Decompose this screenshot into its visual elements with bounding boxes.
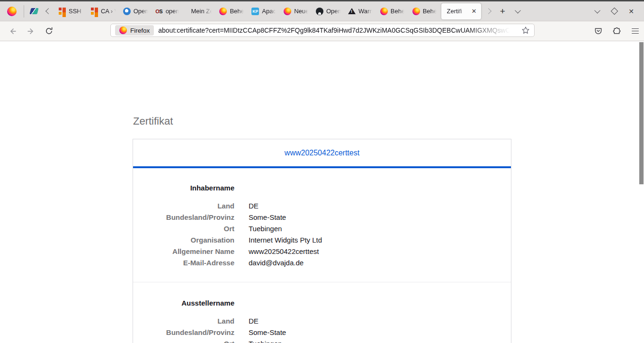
browser-tab[interactable]: Open — [120, 3, 152, 19]
certificate-section: Ausstellername LandDEBundesland/ProvinzS… — [133, 282, 511, 343]
cert-field-label: Allgemeiner Name — [133, 246, 234, 257]
firefox-logo-icon — [7, 7, 17, 16]
cert-field-label: E-Mail-Adresse — [133, 257, 234, 269]
reload-icon — [45, 27, 54, 36]
browser-tab[interactable]: CA › V — [88, 3, 120, 19]
pinned-tab[interactable] — [27, 4, 41, 19]
browser-tab[interactable]: Mein Zer — [184, 3, 216, 19]
warning-icon — [348, 8, 356, 14]
tab-label: Behe — [391, 8, 405, 15]
extensions-button[interactable] — [609, 24, 624, 38]
chevron-down-icon — [515, 8, 521, 14]
maximize-icon — [610, 8, 618, 15]
browser-tab[interactable]: Warn — [345, 3, 377, 19]
browser-tab[interactable]: Open — [313, 3, 345, 19]
tab-label: Behe — [230, 8, 244, 15]
puzzle-piece-icon — [612, 27, 621, 36]
cert-field-label: Ort — [133, 223, 234, 235]
window-controls: ✕ — [591, 5, 641, 18]
cert-field-value: DE — [249, 200, 511, 212]
tab-label: Zertifi — [447, 8, 467, 15]
cert-field-value: www20250422certtest — [249, 246, 511, 257]
tab-label: Open — [326, 8, 341, 15]
list-all-tabs-button[interactable] — [510, 4, 525, 19]
cert-field-value: Tuebingen — [249, 223, 511, 235]
certificate-sections: Inhabername LandDEBundesland/ProvinzSome… — [133, 168, 511, 343]
site-identity-label: Firefox — [130, 27, 150, 34]
no-favicon — [188, 8, 188, 15]
tab-label: SSH › — [69, 8, 84, 15]
pocket-icon — [594, 27, 603, 36]
tab-close-icon[interactable]: ✕ — [470, 8, 479, 15]
tab-zertifikat-active[interactable]: Zertifi ✕ — [441, 3, 482, 19]
browser-tab[interactable]: Apac — [248, 3, 280, 19]
back-button[interactable] — [6, 24, 20, 38]
tab-label: Behe — [423, 8, 437, 15]
site-identity-chip[interactable]: Firefox — [115, 25, 154, 36]
cert-field-value: Some-State — [249, 327, 511, 338]
tab-label: Apac — [262, 8, 276, 15]
cert-field-label: Land — [133, 200, 234, 212]
page-title: Zertifikat — [133, 115, 173, 127]
browser-tab[interactable]: Behe — [409, 3, 441, 19]
firefox-ball-icon — [219, 8, 227, 15]
minimize-icon — [594, 8, 600, 14]
tab-label: open — [166, 8, 179, 15]
kp-icon — [251, 8, 259, 15]
forward-arrow-icon — [26, 27, 36, 36]
minimize-button[interactable] — [591, 5, 603, 18]
tab-label: Neue — [294, 8, 309, 15]
scroll-tabs-left-button[interactable] — [42, 4, 54, 19]
blue-globe-icon — [123, 8, 131, 15]
url-text[interactable]: about:certificate?cert=MIIDtzCCAp8CFFZ%2… — [158, 27, 517, 34]
tab-label: Warn — [358, 8, 373, 15]
browser-tab[interactable]: Neue — [280, 3, 313, 19]
reload-button[interactable] — [42, 24, 56, 38]
github-icon — [316, 8, 323, 15]
chevron-right-icon — [485, 8, 492, 14]
navigation-toolbar: Firefox about:certificate?cert=MIIDtzCCA… — [0, 21, 644, 41]
app-menu-button[interactable] — [628, 24, 642, 38]
url-bar[interactable]: Firefox about:certificate?cert=MIIDtzCCA… — [110, 24, 535, 37]
section-title: Ausstellername — [133, 298, 234, 316]
forward-button[interactable] — [24, 24, 38, 38]
firefox-app-button[interactable] — [3, 3, 21, 19]
cert-field-label: Land — [133, 316, 234, 327]
firefox-favicon — [119, 27, 127, 34]
tab-strip: SSH › CA › V Open open Mein Zer Behe Apa… — [55, 3, 481, 19]
pinned-site-icon — [29, 8, 38, 14]
cert-field-label: Ort — [133, 338, 234, 343]
selfhtml-icon — [91, 8, 98, 15]
tab-label: Open — [134, 8, 149, 15]
firefox-ball-icon — [412, 8, 420, 15]
hamburger-icon — [632, 28, 639, 34]
browser-tab[interactable]: Behe — [216, 3, 248, 19]
browser-tab[interactable]: open — [152, 3, 184, 19]
certificate-tab[interactable]: www20250422certtest — [285, 149, 359, 157]
certificate-card: www20250422certtest Inhabername LandDEBu… — [133, 139, 511, 343]
firefox-ball-icon — [380, 8, 388, 15]
selfhtml-icon — [59, 8, 66, 15]
maximize-button[interactable] — [608, 5, 620, 18]
chevron-left-icon — [45, 8, 52, 14]
pocket-button[interactable] — [591, 24, 605, 38]
new-tab-button[interactable]: + — [495, 4, 510, 19]
scroll-tabs-right-button[interactable] — [482, 4, 494, 19]
browser-tab[interactable]: SSH › — [55, 3, 88, 19]
scrollbar-thumb[interactable] — [639, 42, 644, 184]
cert-field-value: david@dvajda.de — [249, 257, 511, 269]
tab-bar: SSH › CA › V Open open Mein Zer Behe Apa… — [0, 1, 644, 21]
certificate-section: Inhabername LandDEBundesland/ProvinzSome… — [133, 168, 511, 282]
certificate-tab-header: www20250422certtest — [133, 139, 511, 168]
cert-field-label: Bundesland/Provinz — [133, 212, 234, 223]
bookmark-star-icon[interactable] — [521, 26, 530, 35]
cert-field-value: Internet Widgits Pty Ltd — [249, 235, 511, 246]
tab-label: CA › V — [101, 8, 116, 15]
browser-tab[interactable]: Behe — [377, 3, 409, 19]
section-title: Inhabername — [133, 182, 234, 200]
openssl-icon — [155, 8, 163, 15]
page-content: Zertifikat www20250422certtest Inhaberna… — [0, 41, 644, 343]
close-icon: ✕ — [628, 8, 634, 15]
cert-field-value: Tuebingen — [249, 338, 511, 343]
close-window-button[interactable]: ✕ — [625, 5, 637, 18]
